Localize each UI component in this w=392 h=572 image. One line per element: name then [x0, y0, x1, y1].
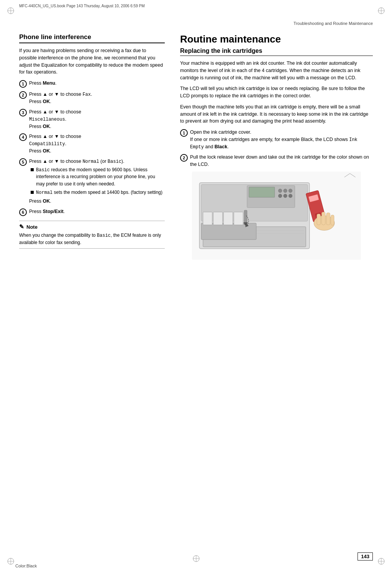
right-para3: Even though the machine tells you that a… — [180, 103, 373, 125]
right-main-heading: Routine maintenance — [180, 33, 373, 45]
bottom-center-mark — [192, 555, 200, 564]
svg-rect-40 — [317, 214, 321, 225]
step-item-3: 3 Press ▲ or ▼ to chooseMiscellaneous.Pr… — [19, 108, 165, 130]
sub-bullet-text-2: Normal sets the modem speed at 14400 bps… — [36, 189, 162, 196]
step-item-5: 5 Press ▲ or ▼ to choose Normal (or Basi… — [19, 158, 165, 205]
note-label: Note — [26, 224, 38, 230]
step-content-1: Press Menu. — [29, 80, 57, 87]
svg-point-24 — [284, 194, 287, 198]
step-item-1: 1 Press Menu. — [19, 80, 165, 88]
step-content-3: Press ▲ or ▼ to chooseMiscellaneous.Pres… — [29, 108, 81, 130]
right-step-num-2: 2 — [180, 154, 188, 162]
file-info: MFC-440CN_UG_US.book Page 143 Thursday, … — [19, 4, 145, 8]
corner-mark-tl — [7, 7, 15, 15]
step-content-5: Press ▲ or ▼ to choose Normal (or Basic)… — [29, 158, 165, 205]
right-step-item-1: 1 Open the ink cartridge cover. If one o… — [180, 129, 373, 151]
note-title: ✎ Note — [19, 223, 165, 230]
step-item-2: 2 Press ▲ or ▼ to choose Fax.Press OK. — [19, 91, 165, 105]
corner-mark-tr — [377, 7, 385, 15]
printer-svg — [180, 172, 373, 260]
step-num-1: 1 — [19, 80, 27, 88]
right-sub-heading: Replacing the ink cartridges — [180, 48, 373, 56]
bullet-square-1 — [31, 168, 34, 171]
step-content-6: Press Stop/Exit. — [29, 208, 65, 215]
content-area: Troubleshooting and Routine Maintenance … — [19, 21, 373, 549]
step-content-2: Press ▲ or ▼ to choose Fax.Press OK. — [29, 91, 92, 105]
note-box: ✎ Note When you change the compatibility… — [19, 221, 165, 249]
svg-point-25 — [289, 194, 292, 198]
sub-bullet-text-1: Basic reduces the modem speed to 9600 bp… — [36, 167, 165, 188]
step-num-5: 5 — [19, 158, 27, 166]
left-section-heading: Phone line interference — [19, 33, 165, 43]
svg-rect-29 — [201, 223, 256, 239]
svg-point-22 — [289, 189, 292, 193]
sub-bullet-normal: Normal sets the modem speed at 14400 bps… — [31, 189, 165, 196]
svg-rect-30 — [203, 212, 212, 225]
right-step-item-2: 2 Pull the lock release lever down and t… — [180, 154, 373, 168]
svg-point-20 — [278, 189, 282, 193]
step-num-3: 3 — [19, 109, 27, 116]
right-step-content-2: Pull the lock release lever down and tak… — [190, 154, 373, 168]
left-step-list: 1 Press Menu. 2 Press ▲ or ▼ to choose F… — [19, 80, 165, 216]
sub-bullet-basic: Basic reduces the modem speed to 9600 bp… — [31, 167, 165, 188]
svg-rect-42 — [326, 213, 330, 225]
left-intro: If you are having problems sending or re… — [19, 47, 165, 76]
printer-illustration — [180, 172, 373, 260]
step-num-2: 2 — [19, 91, 27, 99]
color-info: Color:Black — [15, 564, 37, 568]
svg-rect-41 — [321, 212, 325, 225]
step-num-6: 6 — [19, 208, 27, 216]
svg-point-21 — [284, 189, 287, 193]
right-para1: Your machine is equipped with an ink dot… — [180, 60, 373, 81]
page-header: Troubleshooting and Routine Maintenance — [19, 21, 373, 26]
svg-rect-19 — [249, 187, 275, 198]
svg-point-23 — [278, 194, 282, 198]
step-item-4: 4 Press ▲ or ▼ to chooseCompatibility.Pr… — [19, 133, 165, 155]
right-column: Routine maintenance Replacing the ink ca… — [180, 33, 373, 549]
page-number: 143 — [358, 552, 373, 561]
note-text: When you change the compatibility to Bas… — [19, 232, 165, 246]
svg-rect-43 — [331, 215, 334, 225]
right-step-num-1: 1 — [180, 129, 188, 137]
right-step-list: 1 Open the ink cartridge cover. If one o… — [180, 129, 373, 168]
svg-rect-32 — [224, 212, 233, 225]
svg-rect-33 — [234, 212, 243, 225]
svg-rect-31 — [213, 212, 223, 225]
corner-mark-br — [377, 557, 385, 565]
right-step-content-1: Open the ink cartridge cover. If one or … — [190, 129, 373, 151]
step-content-4: Press ▲ or ▼ to chooseCompatibility.Pres… — [29, 133, 81, 155]
note-icon: ✎ — [19, 223, 24, 230]
left-column: Phone line interference If you are havin… — [19, 33, 165, 549]
two-col-layout: Phone line interference If you are havin… — [19, 33, 373, 549]
right-para2: The LCD will tell you which ink cartridg… — [180, 85, 373, 100]
step-item-6: 6 Press Stop/Exit. — [19, 208, 165, 216]
bullet-square-2 — [31, 191, 34, 194]
step-num-4: 4 — [19, 133, 27, 141]
corner-mark-bl — [7, 557, 15, 565]
